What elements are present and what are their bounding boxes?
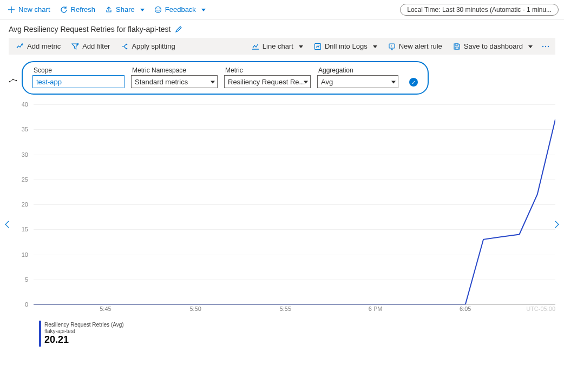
- metric-selector-row: Scope test-app Metric Namespace Standard…: [9, 61, 555, 95]
- time-range-pill[interactable]: Local Time: Last 30 minutes (Automatic -…: [400, 4, 559, 16]
- aggregation-select[interactable]: Avg: [317, 75, 398, 88]
- chevron-down-icon: [199, 5, 206, 14]
- namespace-value: Standard metrics: [135, 78, 188, 86]
- split-icon: [121, 43, 128, 50]
- logs-icon: [314, 43, 322, 50]
- metric-value: Resiliency Request Re...: [228, 78, 305, 86]
- chart-area: 0510152025303540 5:455:505:556 PM6:05UTC…: [9, 104, 555, 347]
- new-chart-label: New chart: [18, 5, 50, 14]
- time-range-label: Local Time: Last 30 minutes (Automatic -…: [407, 6, 552, 14]
- chart-type-label: Line chart: [263, 42, 293, 50]
- svg-point-0: [155, 6, 161, 12]
- save-dashboard-label: Save to dashboard: [464, 42, 523, 50]
- chevron-down-icon: [526, 42, 533, 50]
- namespace-field: Metric Namespace Standard metrics: [131, 67, 218, 88]
- more-button[interactable]: [539, 41, 552, 52]
- plus-icon: [8, 6, 15, 14]
- legend-card[interactable]: Resiliency Request Retries (Avg) flaky-a…: [39, 321, 128, 347]
- x-tick: 5:50: [189, 305, 201, 312]
- add-filter-label: Add filter: [82, 42, 110, 50]
- new-alert-button[interactable]: New alert rule: [384, 40, 447, 52]
- smiley-icon: [154, 6, 162, 14]
- chart-toolbar: Add metric Add filter Apply splitting Li…: [9, 38, 555, 55]
- share-icon: [105, 6, 113, 14]
- feedback-label: Feedback: [165, 5, 196, 14]
- chevron-down-icon: [301, 78, 308, 86]
- svg-point-3: [126, 43, 128, 45]
- chevron-down-icon: [138, 5, 145, 14]
- apply-splitting-label: Apply splitting: [132, 42, 175, 50]
- save-dashboard-button[interactable]: Save to dashboard: [449, 40, 537, 52]
- timezone-label: UTC-05:00: [526, 305, 555, 312]
- alert-icon: [388, 43, 396, 50]
- feedback-button[interactable]: Feedback: [150, 3, 210, 16]
- svg-point-10: [545, 45, 546, 46]
- y-tick: 0: [25, 301, 28, 308]
- x-tick: 6 PM: [369, 305, 383, 312]
- scope-input[interactable]: test-app: [32, 75, 124, 88]
- chart-type-button[interactable]: Line chart: [247, 40, 307, 52]
- legend-value: 20.21: [44, 335, 124, 346]
- x-tick: 6:05: [460, 305, 471, 312]
- svg-rect-7: [455, 44, 458, 45]
- legend-series-label: Resiliency Request Retries (Avg): [44, 322, 124, 328]
- svg-point-2: [159, 8, 160, 9]
- y-tick: 30: [22, 151, 28, 158]
- share-button[interactable]: Share: [101, 3, 149, 16]
- y-tick: 20: [22, 201, 28, 208]
- line-chart-icon: [252, 43, 259, 50]
- refresh-icon: [60, 6, 68, 14]
- check-icon: ✓: [409, 78, 418, 87]
- x-tick: 5:55: [280, 305, 291, 312]
- y-tick: 25: [22, 176, 28, 183]
- y-axis: 0510152025303540: [9, 104, 30, 304]
- x-tick: 5:45: [100, 305, 111, 312]
- new-chart-button[interactable]: New chart: [3, 3, 55, 16]
- namespace-select[interactable]: Standard metrics: [131, 75, 218, 88]
- add-metric-icon: [16, 43, 24, 50]
- namespace-label: Metric Namespace: [131, 67, 218, 74]
- metric-label: Metric: [224, 67, 311, 74]
- add-filter-button[interactable]: Add filter: [67, 40, 114, 52]
- chevron-down-icon: [208, 78, 215, 86]
- share-label: Share: [116, 5, 135, 14]
- chevron-down-icon: [389, 78, 396, 86]
- drill-logs-label: Drill into Logs: [325, 42, 368, 50]
- chart-title: Avg Resiliency Request Retries for flaky…: [9, 25, 170, 34]
- edit-icon[interactable]: [175, 25, 182, 33]
- refresh-button[interactable]: Refresh: [56, 3, 100, 16]
- metric-field: Metric Resiliency Request Re...: [224, 67, 311, 88]
- y-tick: 10: [22, 251, 28, 258]
- x-axis: 5:455:505:556 PM6:05UTC-05:00: [34, 304, 555, 315]
- chart-title-row: Avg Resiliency Request Retries for flaky…: [0, 19, 564, 38]
- chart-plot: [34, 104, 555, 304]
- metric-selector-pill: Scope test-app Metric Namespace Standard…: [22, 61, 429, 95]
- add-metric-label: Add metric: [27, 42, 61, 50]
- y-tick: 35: [22, 126, 28, 132]
- series-color-icon: [9, 61, 17, 83]
- metric-select[interactable]: Resiliency Request Re...: [224, 75, 311, 88]
- drill-logs-button[interactable]: Drill into Logs: [310, 40, 382, 52]
- save-icon: [453, 43, 461, 50]
- aggregation-field: Aggregation Avg: [317, 67, 398, 88]
- add-metric-button[interactable]: Add metric: [12, 40, 65, 52]
- top-toolbar: New chart Refresh Share Feedback Local T…: [0, 0, 564, 19]
- scope-label: Scope: [32, 67, 124, 74]
- y-tick: 5: [25, 276, 28, 283]
- filter-icon: [71, 43, 79, 50]
- refresh-label: Refresh: [71, 5, 96, 14]
- ellipsis-icon: [541, 43, 550, 50]
- apply-splitting-button[interactable]: Apply splitting: [116, 40, 179, 52]
- aggregation-label: Aggregation: [317, 67, 398, 74]
- scope-field: Scope test-app: [32, 67, 124, 88]
- svg-rect-6: [389, 44, 395, 48]
- svg-point-11: [548, 45, 549, 46]
- scope-value: test-app: [36, 78, 62, 86]
- y-tick: 15: [22, 226, 28, 232]
- svg-point-9: [542, 45, 543, 46]
- svg-point-1: [156, 8, 158, 9]
- chevron-down-icon: [371, 42, 377, 50]
- aggregation-value: Avg: [321, 78, 333, 86]
- y-tick: 40: [22, 101, 28, 108]
- svg-point-4: [126, 48, 128, 49]
